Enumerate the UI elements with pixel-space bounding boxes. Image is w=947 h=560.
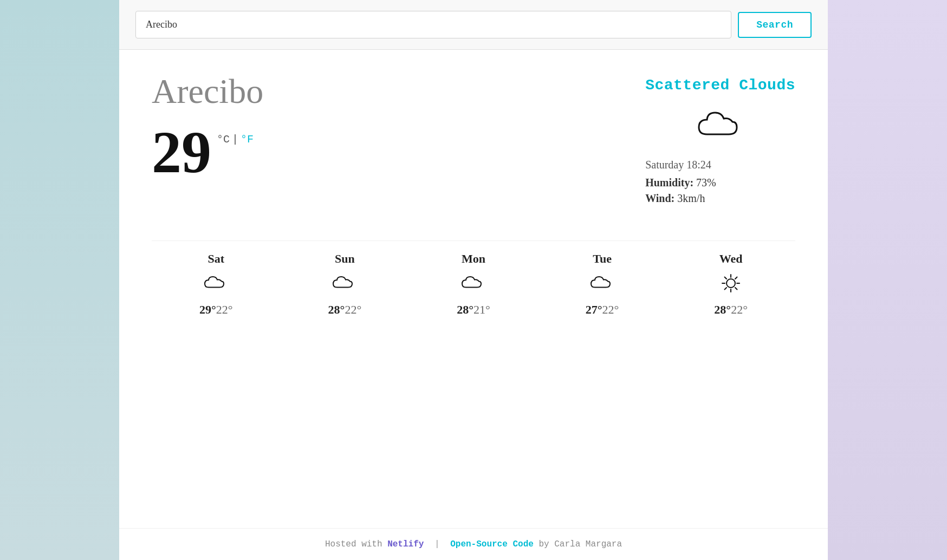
forecast-icon-cloud: [203, 272, 230, 296]
footer-by: by Carla Margara: [539, 539, 622, 549]
search-input[interactable]: [135, 11, 731, 38]
forecast-low: 22°: [602, 303, 619, 316]
forecast-high: 29°: [199, 303, 216, 316]
forecast-day: Sun 28°22°: [312, 252, 377, 317]
weather-top: Arecibo 29 °C | °F Scattered Clouds: [152, 71, 795, 208]
forecast-icon-sun: [717, 272, 744, 296]
wind-line: Wind: 3km/h: [645, 192, 795, 205]
city-name: Arecibo: [152, 71, 263, 112]
forecast-temps: 28°22°: [714, 303, 748, 317]
forecast-low: 22°: [216, 303, 233, 316]
page-wrapper: Search Arecibo 29 °C | °F: [0, 0, 947, 560]
footer-separator: |: [434, 539, 440, 549]
wind-value: 3km/h: [677, 192, 705, 204]
temperature-value: 29: [152, 122, 211, 182]
forecast-day-label: Mon: [462, 252, 485, 266]
forecast-high: 28°: [328, 303, 345, 316]
unit-fahrenheit[interactable]: °F: [241, 133, 254, 146]
search-bar: Search: [119, 0, 828, 50]
forecast-icon-cloud: [589, 272, 616, 296]
forecast-high: 27°: [586, 303, 602, 316]
forecast-temps: 29°22°: [199, 303, 233, 317]
unit-toggle: °C | °F: [217, 133, 254, 146]
forecast-temps: 27°22°: [586, 303, 619, 317]
condition-text: Scattered Clouds: [645, 77, 795, 94]
footer: Hosted with Netlify | Open-Source Code b…: [119, 528, 828, 560]
forecast-day: Tue 27°22°: [570, 252, 635, 317]
main-content: Search Arecibo 29 °C | °F: [119, 0, 828, 560]
svg-line-7: [735, 277, 737, 279]
weather-content: Arecibo 29 °C | °F Scattered Clouds: [119, 50, 828, 528]
forecast-low: 22°: [345, 303, 361, 316]
forecast-icon-cloud: [460, 272, 487, 296]
forecast-high: 28°: [714, 303, 731, 316]
humidity-value: 73%: [696, 177, 716, 188]
footer-netlify[interactable]: Netlify: [387, 539, 424, 549]
footer-hosted-text: Hosted with: [325, 539, 382, 549]
temp-row: 29 °C | °F: [152, 122, 263, 182]
svg-line-6: [735, 288, 737, 290]
forecast-high: 28°: [457, 303, 474, 316]
forecast-day-label: Tue: [593, 252, 612, 266]
datetime: Saturday 18:24: [645, 159, 795, 171]
forecast-day-label: Wed: [719, 252, 743, 266]
footer-code-link[interactable]: Open-Source Code: [450, 539, 534, 549]
forecast-icon-cloud: [331, 272, 358, 296]
forecast-day: Sat 29°22°: [184, 252, 249, 317]
weather-right: Scattered Clouds Saturday 18:24 Humidity…: [645, 71, 795, 208]
sidebar-left: [0, 0, 119, 560]
weather-details: Saturday 18:24 Humidity: 73% Wind: 3km/h: [645, 159, 795, 205]
forecast-low: 21°: [474, 303, 490, 316]
forecast-low: 22°: [731, 303, 748, 316]
svg-point-0: [727, 279, 735, 288]
forecast-day: Wed 28°22°: [698, 252, 763, 317]
forecast-row: Sat 29°22°Sun 28°22°Mon 28°21°Tue 27°22°…: [152, 240, 795, 328]
humidity-line: Humidity: 73%: [645, 177, 795, 189]
forecast-temps: 28°22°: [328, 303, 362, 317]
svg-line-5: [725, 277, 727, 279]
forecast-day-label: Sun: [335, 252, 355, 266]
forecast-temps: 28°21°: [457, 303, 490, 317]
cloud-svg-large: [693, 105, 748, 148]
forecast-day-label: Sat: [208, 252, 225, 266]
wind-label: Wind:: [645, 192, 674, 204]
humidity-label: Humidity:: [645, 177, 693, 188]
forecast-day: Mon 28°21°: [441, 252, 506, 317]
unit-celsius[interactable]: °C: [217, 133, 230, 146]
weather-left: Arecibo 29 °C | °F: [152, 71, 263, 182]
search-button[interactable]: Search: [738, 12, 812, 38]
sidebar-right: [828, 0, 947, 560]
weather-icon-large: [693, 105, 748, 148]
svg-line-8: [725, 288, 727, 290]
unit-separator: |: [232, 133, 238, 146]
